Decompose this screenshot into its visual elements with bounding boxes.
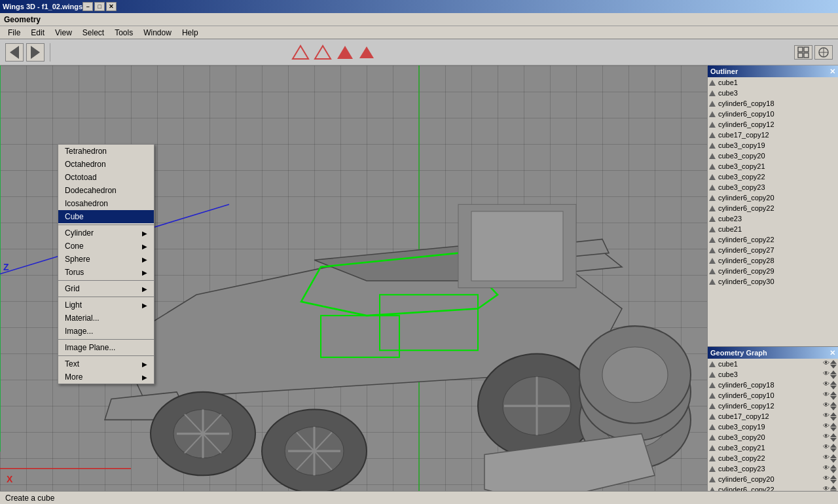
- outliner-item[interactable]: cylinder6_copy12: [708, 119, 838, 130]
- move-down-icon[interactable]: [830, 479, 837, 484]
- geo-item[interactable]: cube17_copy12 👁: [708, 411, 838, 422]
- outliner-item[interactable]: cylinder6_copy27: [708, 245, 838, 255]
- ctx-dodecahedron[interactable]: Dodecahedron: [58, 184, 154, 197]
- move-down-icon[interactable]: [830, 448, 837, 452]
- move-up-icon[interactable]: [830, 454, 837, 458]
- menu-tools[interactable]: Tools: [109, 27, 138, 39]
- move-down-icon[interactable]: [830, 374, 837, 379]
- geo-item[interactable]: cylinder6_copy10 👁: [708, 390, 838, 401]
- ctx-text[interactable]: Text ▶: [58, 357, 154, 370]
- move-down-icon[interactable]: [830, 416, 837, 421]
- move-up-icon[interactable]: [830, 401, 837, 406]
- eye-icon[interactable]: 👁: [823, 359, 829, 369]
- menu-help[interactable]: Help: [177, 27, 204, 39]
- geo-item[interactable]: cylinder6_copy20 👁: [708, 474, 838, 484]
- move-up-icon[interactable]: [830, 422, 837, 427]
- move-down-icon[interactable]: [830, 427, 837, 431]
- outliner-item[interactable]: cube17_copy12: [708, 130, 838, 140]
- move-up-icon[interactable]: [830, 433, 837, 437]
- ctx-image[interactable]: Image...: [58, 325, 154, 338]
- redo-button[interactable]: [26, 43, 45, 62]
- move-down-icon[interactable]: [830, 437, 837, 442]
- tri-button-4[interactable]: [358, 45, 375, 60]
- minimize-button[interactable]: –: [82, 2, 93, 11]
- eye-icon[interactable]: 👁: [823, 370, 829, 379]
- menu-view[interactable]: View: [50, 27, 77, 39]
- outliner-item[interactable]: cube1: [708, 77, 838, 88]
- move-up-icon[interactable]: [830, 412, 837, 416]
- tri-button-1[interactable]: [291, 45, 310, 60]
- ctx-icosahedron[interactable]: Icosahedron: [58, 197, 154, 210]
- ctx-more[interactable]: More ▶: [58, 370, 154, 384]
- outliner-item[interactable]: cylinder6_copy29: [708, 266, 838, 276]
- ctx-material[interactable]: Material...: [58, 312, 154, 325]
- outliner-item[interactable]: cylinder6_copy22: [708, 203, 838, 213]
- eye-icon[interactable]: 👁: [823, 412, 829, 421]
- undo-button[interactable]: [5, 43, 24, 62]
- move-down-icon[interactable]: [830, 364, 837, 369]
- outliner-item[interactable]: cube3_copy20: [708, 151, 838, 161]
- outliner-item[interactable]: cube3_copy23: [708, 182, 838, 192]
- ctx-tetrahedron[interactable]: Tetrahedron: [58, 145, 154, 158]
- move-up-icon[interactable]: [830, 370, 837, 374]
- eye-icon[interactable]: 👁: [823, 433, 829, 442]
- maximize-button[interactable]: □: [94, 2, 105, 11]
- menu-file[interactable]: File: [3, 27, 26, 39]
- eye-icon[interactable]: 👁: [823, 454, 829, 463]
- geo-item[interactable]: cube3_copy20 👁: [708, 432, 838, 442]
- geo-item[interactable]: cube3 👁: [708, 369, 838, 380]
- ctx-cube[interactable]: Cube: [58, 210, 154, 223]
- eye-icon[interactable]: 👁: [823, 391, 829, 400]
- tri-button-3[interactable]: [336, 45, 354, 60]
- move-up-icon[interactable]: [830, 359, 837, 364]
- move-down-icon[interactable]: [830, 395, 837, 400]
- ctx-octotoad[interactable]: Octotoad: [58, 171, 154, 184]
- ctx-cone[interactable]: Cone ▶: [58, 240, 154, 253]
- menu-edit[interactable]: Edit: [26, 27, 50, 39]
- move-down-icon[interactable]: [830, 469, 837, 473]
- outliner-item[interactable]: cylinder6_copy30: [708, 276, 838, 287]
- geo-item[interactable]: cylinder6_copy18 👁: [708, 380, 838, 390]
- move-up-icon[interactable]: [830, 391, 837, 395]
- outliner-item[interactable]: cube3_copy21: [708, 161, 838, 171]
- outliner-item[interactable]: cube23: [708, 213, 838, 224]
- ctx-image-plane[interactable]: Image Plane...: [58, 341, 154, 354]
- geo-item[interactable]: cube3_copy19 👁: [708, 422, 838, 432]
- move-down-icon[interactable]: [830, 406, 837, 410]
- eye-icon[interactable]: 👁: [823, 422, 829, 431]
- viewport-3d[interactable]: X Z: [0, 65, 707, 504]
- move-down-icon[interactable]: [830, 385, 837, 389]
- outliner-item[interactable]: cube21: [708, 224, 838, 234]
- geo-graph-close[interactable]: ✕: [829, 349, 835, 357]
- outliner-item[interactable]: cube3_copy19: [708, 140, 838, 151]
- geo-graph-list[interactable]: cube1 👁 cube3 👁 cylinder6_copy18: [708, 359, 838, 504]
- view-icon-2[interactable]: [814, 45, 833, 60]
- menu-select[interactable]: Select: [77, 27, 109, 39]
- move-up-icon[interactable]: [830, 485, 837, 490]
- ctx-torus[interactable]: Torus ▶: [58, 266, 154, 279]
- outliner-close[interactable]: ✕: [829, 67, 835, 76]
- tri-button-2[interactable]: [314, 45, 332, 60]
- ctx-grid[interactable]: Grid ▶: [58, 282, 154, 295]
- eye-icon[interactable]: 👁: [823, 380, 829, 389]
- close-button[interactable]: ✕: [106, 2, 117, 11]
- outliner-item[interactable]: cylinder6_copy10: [708, 109, 838, 119]
- outliner-item[interactable]: cylinder6_copy28: [708, 255, 838, 266]
- ctx-sphere[interactable]: Sphere ▶: [58, 253, 154, 266]
- outliner-item[interactable]: cube3: [708, 88, 838, 98]
- move-up-icon[interactable]: [830, 475, 837, 479]
- move-up-icon[interactable]: [830, 443, 837, 448]
- geo-item[interactable]: cube3_copy21 👁: [708, 442, 838, 453]
- outliner-item[interactable]: cylinder6_copy18: [708, 98, 838, 109]
- geo-item[interactable]: cube1 👁: [708, 359, 838, 369]
- ctx-cylinder[interactable]: Cylinder ▶: [58, 226, 154, 240]
- move-down-icon[interactable]: [830, 458, 837, 463]
- outliner-item[interactable]: cylinder6_copy22: [708, 234, 838, 245]
- geo-item[interactable]: cube3_copy22 👁: [708, 453, 838, 463]
- eye-icon[interactable]: 👁: [823, 464, 829, 473]
- outliner-item[interactable]: cylinder6_copy20: [708, 192, 838, 203]
- outliner-list[interactable]: cube1cube3cylinder6_copy18cylinder6_copy…: [708, 77, 838, 346]
- move-up-icon[interactable]: [830, 380, 837, 385]
- view-icon-1[interactable]: [794, 45, 812, 60]
- menu-window[interactable]: Window: [138, 27, 177, 39]
